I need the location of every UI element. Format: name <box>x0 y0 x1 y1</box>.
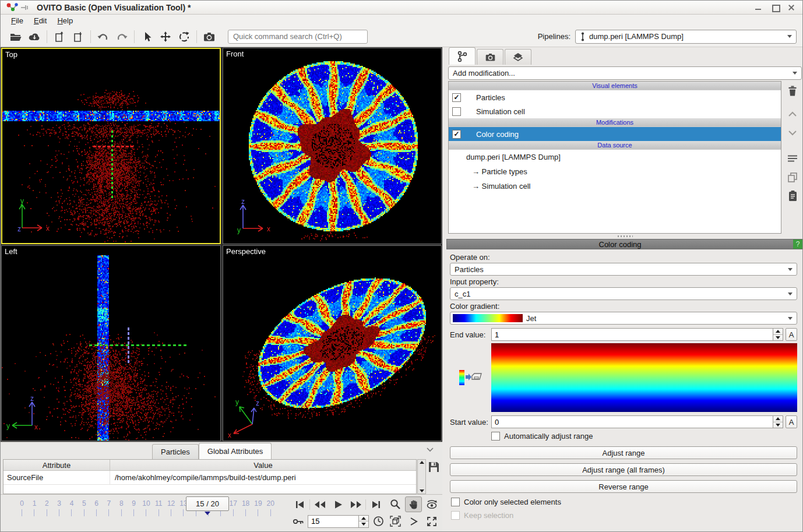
help-button[interactable]: ? <box>793 239 802 249</box>
tab-pipeline[interactable] <box>449 47 476 65</box>
reverse-range-button[interactable]: Reverse range <box>450 480 797 493</box>
window-maximize-button[interactable] <box>771 4 779 11</box>
pan-mode-button[interactable] <box>405 496 422 512</box>
end-animate-button[interactable]: A <box>786 328 797 341</box>
pipeline-item-data-source-file[interactable]: dump.peri [LAMMPS Dump] <box>449 150 781 164</box>
menu-edit[interactable]: Edit <box>29 16 51 26</box>
input-property-dropdown[interactable]: c_c1 <box>450 287 797 300</box>
spin-up-icon[interactable] <box>359 516 368 522</box>
tab-particles[interactable]: Particles <box>152 444 199 459</box>
orbit-mode-button[interactable] <box>423 496 440 512</box>
start-value-input[interactable] <box>491 415 773 428</box>
previous-frame-button[interactable] <box>311 496 329 512</box>
timeline-tick-label[interactable]: 11 <box>153 499 165 508</box>
table-scrollbar[interactable] <box>417 459 426 494</box>
operate-on-dropdown[interactable]: Particles <box>450 263 797 276</box>
tab-render[interactable] <box>477 49 503 65</box>
undo-button[interactable] <box>94 28 112 45</box>
viewport-front-label[interactable]: Front <box>226 50 244 58</box>
maximize-viewport-button[interactable] <box>423 513 440 529</box>
end-value-input[interactable] <box>491 328 773 341</box>
simulation-cell-checkbox[interactable] <box>452 107 461 116</box>
zoom-scene-extents-button[interactable] <box>387 513 404 529</box>
select-mode-button[interactable] <box>138 28 156 45</box>
animation-settings-button[interactable] <box>291 513 306 529</box>
spin-up-icon[interactable] <box>773 416 783 422</box>
auto-adjust-range-option[interactable]: Automatically adjust range <box>491 432 797 441</box>
panel-splitter[interactable] <box>446 234 803 239</box>
timeline-tick-label[interactable]: 12 <box>165 499 177 508</box>
frame-number-input[interactable] <box>308 515 359 528</box>
first-frame-button[interactable] <box>291 496 309 512</box>
viewport-left-label[interactable]: Left <box>5 247 17 256</box>
scroll-down-icon[interactable] <box>420 489 424 492</box>
frame-spinbox[interactable] <box>308 515 369 528</box>
render-button[interactable] <box>200 28 219 45</box>
auto-adjust-checkbox[interactable] <box>491 432 500 441</box>
window-minimize-button[interactable] <box>755 4 763 11</box>
spin-down-icon[interactable] <box>773 334 783 341</box>
delete-modifier-button[interactable] <box>784 83 801 98</box>
viewport-top[interactable]: Top y x z <box>1 48 221 244</box>
zoom-mode-button[interactable] <box>387 496 404 512</box>
viewport-perspective-label[interactable]: Perspective <box>226 247 266 256</box>
menu-help[interactable]: Help <box>52 16 78 26</box>
timeline-tick-label[interactable]: 0 <box>16 499 28 508</box>
timeline-tick-label[interactable]: 10 <box>140 499 152 508</box>
pipeline-item-particle-types[interactable]: → Particle types <box>449 164 781 179</box>
toggle-modifier-list-button[interactable] <box>784 151 801 166</box>
table-row[interactable]: SourceFile /home/akohlmey/compile/lammps… <box>3 471 416 485</box>
adjust-range-button[interactable]: Adjust range <box>450 446 797 459</box>
column-header-attribute[interactable]: Attribute <box>3 460 110 470</box>
spin-down-icon[interactable] <box>773 422 783 428</box>
move-mode-button[interactable] <box>156 28 175 45</box>
particles-checkbox[interactable]: ✓ <box>452 93 461 102</box>
move-modifier-down-button[interactable] <box>784 125 801 140</box>
timeline-tick-label[interactable]: 20 <box>265 499 277 508</box>
timeline-tick-label[interactable]: 4 <box>65 499 78 508</box>
color-only-selected-option[interactable]: Color only selected elements <box>451 498 797 506</box>
load-state-button[interactable] <box>69 28 87 45</box>
timeline-tick-label[interactable]: 9 <box>128 499 140 508</box>
add-modification-dropdown[interactable]: Add modification... <box>448 66 802 80</box>
quick-command-search-input[interactable] <box>228 30 368 44</box>
timeline-tick-label[interactable]: 8 <box>115 499 128 508</box>
timeline-tick-label[interactable]: 5 <box>78 499 90 508</box>
spin-up-icon[interactable] <box>773 329 783 334</box>
color-coding-checkbox[interactable]: ✓ <box>452 130 461 139</box>
next-frame-button[interactable] <box>347 496 365 512</box>
scroll-up-icon[interactable] <box>420 461 424 464</box>
viewport-perspective[interactable]: Perspective y z x <box>223 245 442 441</box>
viewport-left[interactable]: Left z y x <box>1 245 221 441</box>
timeline-tick-label[interactable]: 18 <box>240 499 252 508</box>
timeline-marker[interactable] <box>205 512 210 515</box>
timeline-tick-label[interactable]: 3 <box>53 499 65 508</box>
timeline-tick-label[interactable]: 19 <box>252 499 264 508</box>
timeline-ruler[interactable]: 01234567891011121314151617181920 <box>16 499 277 516</box>
pipeline-item-particles[interactable]: ✓ Particles <box>449 90 781 104</box>
spin-down-icon[interactable] <box>359 521 368 527</box>
import-remote-button[interactable] <box>25 28 44 45</box>
window-close-button[interactable] <box>787 4 795 11</box>
viewport-front[interactable]: Front z x y <box>223 48 442 244</box>
move-modifier-up-button[interactable] <box>784 107 801 122</box>
end-value-spinner[interactable] <box>773 328 783 341</box>
pipeline-item-simulation-cell-source[interactable]: → Simulation cell <box>449 179 781 193</box>
pipeline-selector[interactable]: dump.peri [LAMMPS Dump] <box>575 30 797 44</box>
animation-time-button[interactable] <box>371 513 386 529</box>
play-button[interactable] <box>329 496 347 512</box>
save-state-button[interactable] <box>50 28 69 45</box>
last-frame-button[interactable] <box>367 496 385 512</box>
viewport-top-label[interactable]: Top <box>5 50 17 59</box>
open-file-button[interactable] <box>6 28 25 45</box>
start-value-spinner[interactable] <box>773 415 783 428</box>
paste-pipeline-button[interactable] <box>784 188 801 203</box>
column-header-value[interactable]: Value <box>110 460 416 470</box>
timeline-tick-label[interactable]: 7 <box>103 499 115 508</box>
export-table-button[interactable] <box>428 461 440 473</box>
pipeline-item-simulation-cell[interactable]: Simulation cell <box>449 104 781 118</box>
render-preview-button[interactable] <box>405 513 422 529</box>
timeline-tick-label[interactable]: 1 <box>28 499 40 508</box>
menu-file[interactable]: File <box>6 16 28 26</box>
export-color-scale-icon[interactable] <box>459 369 483 386</box>
